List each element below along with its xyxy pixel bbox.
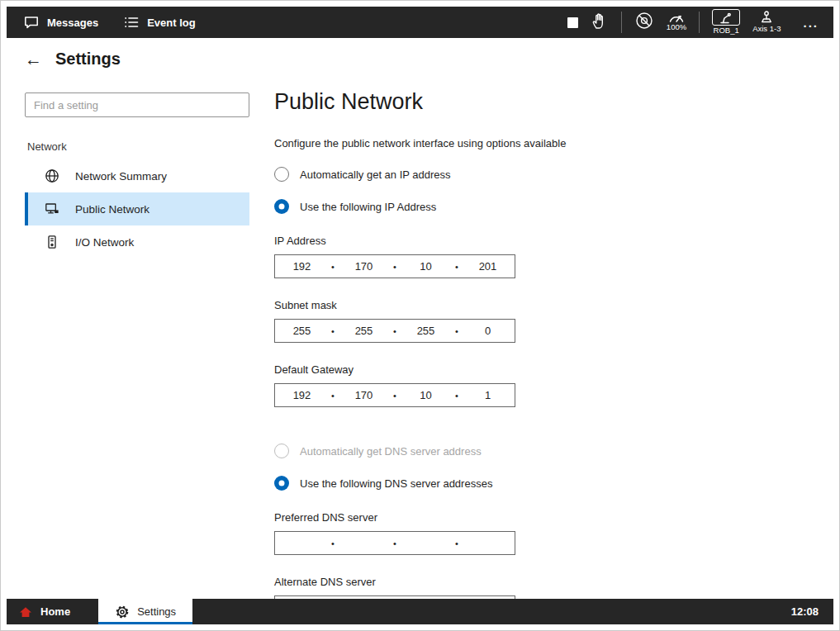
preferred-dns-input[interactable]: • • •: [274, 531, 515, 555]
octet[interactable]: 255: [275, 325, 329, 337]
octet-separator: •: [329, 391, 337, 401]
subnet-mask-input[interactable]: 255 • 255 • 255 • 0: [274, 319, 515, 343]
subnet-mask-label: Subnet mask: [274, 299, 833, 311]
radio-auto-ip-label: Automatically get an IP address: [300, 168, 451, 181]
subnet-mask-field: Subnet mask 255 • 255 • 255 • 0: [274, 299, 833, 343]
octet-separator: •: [453, 391, 461, 401]
motors-state-button[interactable]: [634, 11, 654, 34]
axis-label: Axis 1-3: [752, 25, 781, 33]
octet[interactable]: 192: [275, 389, 329, 401]
octet[interactable]: 255: [337, 325, 391, 337]
hand-icon: [591, 12, 609, 30]
ip-address-label: IP Address: [274, 235, 833, 247]
sidebar-item-network-summary[interactable]: Network Summary: [25, 159, 249, 192]
topbar-divider: [699, 12, 700, 33]
taskbar-settings-tab[interactable]: Settings: [98, 599, 192, 624]
preferred-dns-label: Preferred DNS server: [274, 511, 833, 524]
app-window: Messages Event log: [0, 0, 840, 631]
ip-address-input[interactable]: 192 • 170 • 10 • 201: [274, 254, 515, 278]
ip-address-field: IP Address 192 • 170 • 10 • 201: [274, 235, 833, 278]
radio-auto-dns: Automatically get DNS server address: [274, 444, 833, 458]
default-gateway-label: Default Gateway: [274, 363, 833, 376]
robot-unit-label: ROB_1: [714, 26, 739, 35]
radio-use-dns-label: Use the following DNS server addresses: [300, 477, 492, 490]
octet[interactable]: 201: [461, 260, 515, 273]
topbar-right-group: 100% ROB_1 Axis 1-3 ...: [567, 7, 833, 38]
octet[interactable]: 170: [337, 260, 391, 273]
default-gateway-field: Default Gateway 192 • 170 • 10 • 1: [274, 363, 833, 407]
octet[interactable]: 192: [275, 260, 329, 273]
radio-circle: [274, 444, 289, 458]
octet-separator: •: [453, 326, 461, 336]
event-log-label: Event log: [147, 17, 196, 29]
settings-sidebar: Network Network Summary Publi: [25, 79, 249, 599]
panel-title: Public Network: [274, 89, 833, 115]
robot-unit-box: [712, 9, 740, 26]
back-button[interactable]: ←: [25, 50, 42, 68]
network-computer-icon: [44, 201, 60, 217]
speed-value: 100%: [667, 23, 686, 31]
panel-description: Configure the public network interface u…: [274, 137, 833, 149]
octet[interactable]: 255: [399, 325, 453, 337]
octet-separator: •: [391, 262, 399, 272]
radio-use-ip-label: Use the following IP Address: [300, 201, 436, 213]
sidebar-item-label: Network Summary: [75, 170, 167, 183]
messages-label: Messages: [47, 17, 98, 29]
taskbar-home-button[interactable]: Home: [7, 599, 85, 624]
stop-square-icon: [567, 17, 578, 28]
octet-separator: •: [391, 538, 399, 548]
messages-button[interactable]: Messages: [23, 14, 98, 31]
octet-separator: •: [453, 538, 461, 548]
home-label: Home: [40, 605, 70, 618]
speed-gauge-icon: [668, 12, 685, 22]
octet[interactable]: 170: [337, 389, 391, 401]
joystick-axis-icon: [758, 11, 775, 24]
event-log-icon: [123, 14, 140, 31]
radio-use-dns[interactable]: Use the following DNS server addresses: [274, 476, 833, 491]
event-log-button[interactable]: Event log: [123, 14, 196, 31]
radio-circle[interactable]: [274, 167, 289, 182]
radio-circle[interactable]: [274, 199, 289, 214]
sidebar-item-io-network[interactable]: I/O Network: [25, 225, 249, 259]
clock: 12:08: [791, 599, 833, 624]
speed-button[interactable]: 100%: [667, 12, 686, 31]
gear-icon: [115, 605, 130, 619]
octet[interactable]: 0: [461, 325, 515, 337]
settings-body: Network Network Summary Publi: [7, 79, 833, 599]
settings-tab-label: Settings: [137, 605, 176, 618]
top-status-bar: Messages Event log: [7, 7, 833, 38]
globe-icon: [44, 168, 60, 184]
messages-icon: [23, 14, 40, 31]
search-input[interactable]: [25, 93, 249, 117]
stop-button[interactable]: [567, 17, 578, 28]
default-gateway-input[interactable]: 192 • 170 • 10 • 1: [274, 383, 515, 407]
octet[interactable]: 1: [461, 389, 515, 401]
settings-header: ← Settings: [7, 38, 833, 79]
manual-mode-button[interactable]: [591, 12, 609, 33]
bottom-taskbar: Home Settings 12:08: [7, 599, 833, 624]
motors-off-icon: [634, 11, 654, 31]
radio-use-ip[interactable]: Use the following IP Address: [274, 199, 833, 214]
mechanical-unit-button[interactable]: ROB_1: [712, 9, 740, 35]
sidebar-item-label: I/O Network: [75, 236, 134, 249]
radio-auto-dns-label: Automatically get DNS server address: [300, 445, 482, 458]
radio-circle[interactable]: [274, 476, 289, 491]
octet-separator: •: [329, 262, 337, 272]
alternate-dns-field: Alternate DNS server • • •: [274, 576, 833, 599]
sidebar-item-label: Public Network: [75, 203, 149, 216]
io-device-icon: [44, 234, 60, 250]
more-button[interactable]: ...: [800, 16, 822, 30]
robot-arm-icon: [718, 11, 734, 24]
sidebar-item-public-network[interactable]: Public Network: [25, 192, 249, 225]
octet-separator: •: [391, 326, 399, 336]
octet-separator: •: [453, 262, 461, 272]
octet[interactable]: 10: [399, 260, 453, 273]
preferred-dns-field: Preferred DNS server • • •: [274, 511, 833, 555]
axis-selector-button[interactable]: Axis 1-3: [752, 11, 781, 33]
sidebar-section-label: Network: [27, 140, 249, 153]
radio-auto-ip[interactable]: Automatically get an IP address: [274, 167, 833, 182]
octet[interactable]: 10: [399, 389, 453, 401]
topbar-left-group: Messages Event log: [7, 7, 196, 38]
page-title: Settings: [55, 50, 121, 69]
topbar-divider: [621, 12, 622, 33]
